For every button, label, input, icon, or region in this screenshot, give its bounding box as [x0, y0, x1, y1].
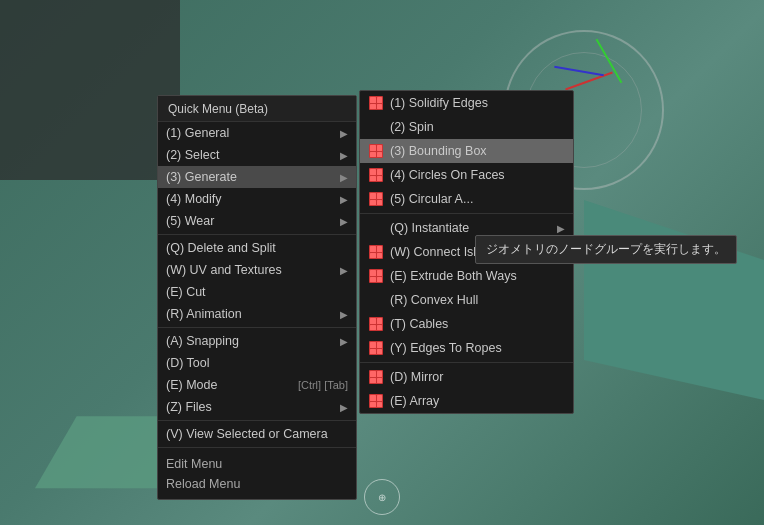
submenu-item-solidify-label: (1) Solidify Edges	[390, 96, 488, 110]
submenu-item-edges-ropes-label: (Y) Edges To Ropes	[390, 341, 502, 355]
submenu-item-bounding-box[interactable]: (3) Bounding Box	[360, 139, 573, 163]
submenu-item-circular-label: (5) Circular A...	[390, 192, 473, 206]
node-icon-edges-ropes	[368, 340, 384, 356]
menu-item-cut[interactable]: (E) Cut	[158, 281, 356, 303]
submenu-item-circular[interactable]: (5) Circular A...	[360, 187, 573, 211]
node-icon-connect	[368, 244, 384, 260]
menu-divider-4	[158, 447, 356, 448]
arrow-icon: ▶	[340, 172, 348, 183]
menu-divider-1	[158, 234, 356, 235]
submenu-divider-2	[360, 362, 573, 363]
menu-item-select-label: (2) Select	[166, 148, 332, 162]
no-icon-convex	[368, 292, 384, 308]
menu-item-snapping[interactable]: (A) Snapping ▶	[158, 330, 356, 352]
menu-item-delete-split[interactable]: (Q) Delete and Split	[158, 237, 356, 259]
no-icon-spin	[368, 119, 384, 135]
submenu-item-bounding-label: (3) Bounding Box	[390, 144, 487, 158]
node-icon-circular	[368, 191, 384, 207]
node-icon-circles	[368, 167, 384, 183]
menu-divider-3	[158, 420, 356, 421]
menu-item-wear[interactable]: (5) Wear ▶	[158, 210, 356, 232]
menu-item-uv[interactable]: (W) UV and Textures ▶	[158, 259, 356, 281]
edit-menu-item[interactable]: Edit Menu	[166, 454, 348, 474]
menu-item-mode-label: (E) Mode	[166, 378, 290, 392]
menu-item-wear-label: (5) Wear	[166, 214, 332, 228]
submenu-item-cables-label: (T) Cables	[390, 317, 448, 331]
nav-widget[interactable]: ⊕	[364, 479, 400, 515]
menu-item-uv-label: (W) UV and Textures	[166, 263, 332, 277]
menu-item-modify-label: (4) Modify	[166, 192, 332, 206]
submenu-item-extrude[interactable]: (E) Extrude Both Ways	[360, 264, 573, 288]
menu-footer: Edit Menu Reload Menu	[158, 450, 356, 499]
bg-dark-corner	[0, 0, 180, 180]
node-icon-extrude	[368, 268, 384, 284]
submenu-item-convex[interactable]: (R) Convex Hull	[360, 288, 573, 312]
arrow-icon: ▶	[340, 216, 348, 227]
submenu-item-circles-label: (4) Circles On Faces	[390, 168, 505, 182]
submenu-item-array[interactable]: (E) Array	[360, 389, 573, 413]
menu-item-cut-label: (E) Cut	[166, 285, 348, 299]
menu-item-tool-label: (D) Tool	[166, 356, 348, 370]
quick-menu: Quick Menu (Beta) (1) General ▶ (2) Sele…	[157, 95, 357, 500]
node-icon-mirror	[368, 369, 384, 385]
no-icon-instantiate	[368, 220, 384, 236]
submenu-item-circles[interactable]: (4) Circles On Faces	[360, 163, 573, 187]
arrow-icon: ▶	[340, 265, 348, 276]
menu-item-animation[interactable]: (R) Animation ▶	[158, 303, 356, 325]
submenu-divider-1	[360, 213, 573, 214]
arrow-icon: ▶	[340, 128, 348, 139]
menu-item-files[interactable]: (Z) Files ▶	[158, 396, 356, 418]
menu-item-view[interactable]: (V) View Selected or Camera	[158, 423, 356, 445]
reload-menu-item[interactable]: Reload Menu	[166, 474, 348, 494]
node-icon-array	[368, 393, 384, 409]
arrow-icon: ▶	[340, 309, 348, 320]
submenu-item-convex-label: (R) Convex Hull	[390, 293, 478, 307]
menu-item-animation-label: (R) Animation	[166, 307, 332, 321]
submenu-item-array-label: (E) Array	[390, 394, 439, 408]
menu-item-general[interactable]: (1) General ▶	[158, 122, 356, 144]
arrow-icon: ▶	[557, 223, 565, 234]
menu-item-snapping-label: (A) Snapping	[166, 334, 332, 348]
submenu-item-mirror-label: (D) Mirror	[390, 370, 443, 384]
arrow-icon: ▶	[340, 402, 348, 413]
submenu-item-edges-ropes[interactable]: (Y) Edges To Ropes	[360, 336, 573, 360]
menu-item-select[interactable]: (2) Select ▶	[158, 144, 356, 166]
menu-item-delete-split-label: (Q) Delete and Split	[166, 241, 348, 255]
menu-item-generate[interactable]: (3) Generate ▶ (1) Solidify Edges (2) Sp…	[158, 166, 356, 188]
node-icon-bounding	[368, 143, 384, 159]
arrow-icon: ▶	[340, 150, 348, 161]
submenu-item-mirror[interactable]: (D) Mirror	[360, 365, 573, 389]
arrow-icon: ▶	[340, 194, 348, 205]
menu-item-mode-shortcut: [Ctrl] [Tab]	[298, 379, 348, 391]
menu-item-mode[interactable]: (E) Mode [Ctrl] [Tab]	[158, 374, 356, 396]
tooltip-text: ジオメトリのノードグループを実行します。	[486, 242, 726, 256]
menu-item-general-label: (1) General	[166, 126, 332, 140]
submenu-item-instantiate-label: (Q) Instantiate	[390, 221, 469, 235]
arrow-icon: ▶	[340, 336, 348, 347]
submenu-item-spin[interactable]: (2) Spin	[360, 115, 573, 139]
submenu-item-extrude-label: (E) Extrude Both Ways	[390, 269, 517, 283]
menu-item-files-label: (Z) Files	[166, 400, 332, 414]
nav-widget-icon: ⊕	[378, 492, 386, 503]
submenu-item-spin-label: (2) Spin	[390, 120, 434, 134]
bg-teal-shape	[584, 200, 764, 400]
menu-item-tool[interactable]: (D) Tool	[158, 352, 356, 374]
tooltip: ジオメトリのノードグループを実行します。	[475, 235, 737, 264]
node-icon-cables	[368, 316, 384, 332]
submenu-item-solidify[interactable]: (1) Solidify Edges	[360, 91, 573, 115]
menu-divider-2	[158, 327, 356, 328]
menu-item-generate-label: (3) Generate	[166, 170, 332, 184]
submenu-item-cables[interactable]: (T) Cables	[360, 312, 573, 336]
menu-title: Quick Menu (Beta)	[158, 96, 356, 122]
menu-item-modify[interactable]: (4) Modify ▶	[158, 188, 356, 210]
menu-item-view-label: (V) View Selected or Camera	[166, 427, 348, 441]
node-icon-solidify	[368, 95, 384, 111]
